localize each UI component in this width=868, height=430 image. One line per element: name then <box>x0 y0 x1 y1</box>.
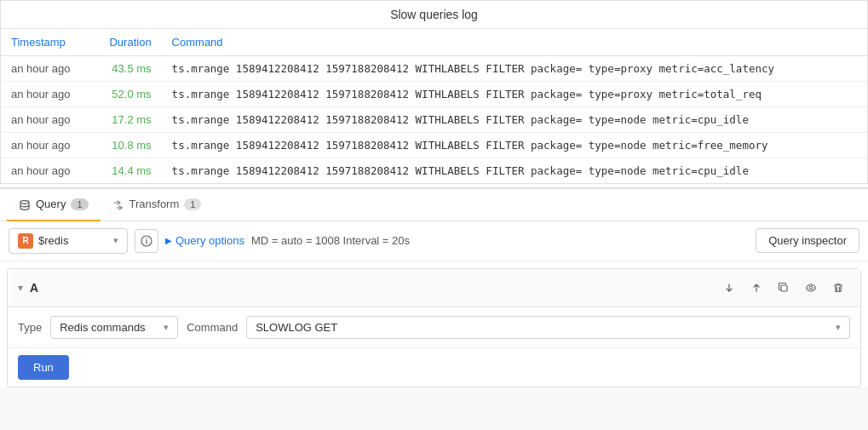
slow-queries-panel: Slow queries log Timestamp Duration Comm… <box>0 0 868 184</box>
cell-command: ts.mrange 1589412208412 1597188208412 WI… <box>162 158 867 184</box>
main-container: Slow queries log Timestamp Duration Comm… <box>0 0 868 387</box>
cell-duration: 14.4 ms <box>91 158 162 184</box>
query-fields-row: Type Redis commands ▾ Command SLOWLOG GE… <box>8 307 860 347</box>
cell-command: ts.mrange 1589412208412 1597188208412 WI… <box>162 82 867 107</box>
redis-icon: R <box>18 233 33 249</box>
tab-query[interactable]: Query 1 <box>7 189 101 221</box>
query-a-label: A <box>30 281 38 295</box>
tab-query-label: Query <box>36 198 66 210</box>
tab-query-badge: 1 <box>71 198 88 210</box>
svg-point-5 <box>809 286 813 290</box>
type-label: Type <box>18 321 42 334</box>
query-options-label: Query options <box>175 234 244 247</box>
table-row: an hour ago10.8 msts.mrange 158941220841… <box>1 133 867 158</box>
table-row: an hour ago52.0 msts.mrange 158941220841… <box>1 82 867 107</box>
delete-button[interactable] <box>826 276 850 300</box>
svg-rect-4 <box>781 285 787 291</box>
chevron-down-icon: ▾ <box>113 235 118 246</box>
duplicate-button[interactable] <box>772 276 796 300</box>
cell-timestamp: an hour ago <box>1 133 91 158</box>
queries-table: Timestamp Duration Command an hour ago43… <box>1 29 867 183</box>
query-options-toggle[interactable]: ▶ Query options <box>165 234 244 247</box>
cell-duration: 10.8 ms <box>91 133 162 158</box>
database-icon <box>19 198 31 211</box>
table-row: an hour ago14.4 msts.mrange 158941220841… <box>1 158 867 184</box>
panel-title: Slow queries log <box>1 1 867 29</box>
table-row: an hour ago43.5 msts.mrange 158941220841… <box>1 56 867 82</box>
cell-timestamp: an hour ago <box>1 56 91 82</box>
cell-command: ts.mrange 1589412208412 1597188208412 WI… <box>162 133 867 158</box>
collapse-icon[interactable]: ▾ <box>18 282 23 294</box>
tab-transform[interactable]: Transform 1 <box>101 189 214 221</box>
col-timestamp: Timestamp <box>1 29 91 56</box>
query-a-header: ▾ A <box>8 269 860 307</box>
transform-icon <box>112 198 124 211</box>
command-select-value: SLOWLOG GET <box>256 321 831 334</box>
chevron-right-icon: ▶ <box>165 236 172 245</box>
col-duration: Duration <box>91 29 162 56</box>
move-down-button[interactable] <box>717 276 741 300</box>
cell-command: ts.mrange 1589412208412 1597188208412 WI… <box>162 56 867 82</box>
cell-timestamp: an hour ago <box>1 82 91 107</box>
datasource-name: $redis <box>38 234 108 247</box>
run-button[interactable]: Run <box>18 355 69 380</box>
query-inspector-button[interactable]: Query inspector <box>756 228 859 253</box>
cell-command: ts.mrange 1589412208412 1597188208412 WI… <box>162 107 867 133</box>
cell-duration: 43.5 ms <box>91 56 162 82</box>
datasource-row: R $redis ▾ ▶ Query options MD = auto = 1… <box>0 221 868 261</box>
tabs-bar: Query 1 Transform 1 <box>0 189 868 221</box>
toggle-visibility-button[interactable] <box>799 276 823 300</box>
datasource-select[interactable]: R $redis ▾ <box>9 228 128 254</box>
command-chevron-icon: ▾ <box>836 322 841 333</box>
query-options-details: MD = auto = 1008 Interval = 20s <box>251 234 410 247</box>
type-select[interactable]: Redis commands ▾ <box>50 316 178 339</box>
cell-duration: 52.0 ms <box>91 82 162 107</box>
cell-timestamp: an hour ago <box>1 158 91 184</box>
svg-point-0 <box>20 200 29 204</box>
run-section: Run <box>8 347 860 387</box>
query-editor: Query 1 Transform 1 R $redis ▾ <box>0 187 868 387</box>
col-command: Command <box>162 29 867 56</box>
query-a-actions <box>717 276 850 300</box>
table-row: an hour ago17.2 msts.mrange 158941220841… <box>1 107 867 133</box>
command-label: Command <box>187 321 238 334</box>
info-button[interactable] <box>135 229 158 253</box>
cell-timestamp: an hour ago <box>1 107 91 133</box>
query-options-section: ▶ Query options MD = auto = 1008 Interva… <box>165 234 749 247</box>
svg-point-3 <box>146 238 147 238</box>
move-up-button[interactable] <box>744 276 768 300</box>
type-select-value: Redis commands <box>60 321 158 334</box>
query-a-section: ▾ A <box>7 268 861 387</box>
command-select[interactable]: SLOWLOG GET ▾ <box>246 316 850 339</box>
tab-transform-badge: 1 <box>184 198 201 210</box>
tab-transform-label: Transform <box>129 198 180 210</box>
cell-duration: 17.2 ms <box>91 107 162 133</box>
type-chevron-icon: ▾ <box>164 322 169 333</box>
